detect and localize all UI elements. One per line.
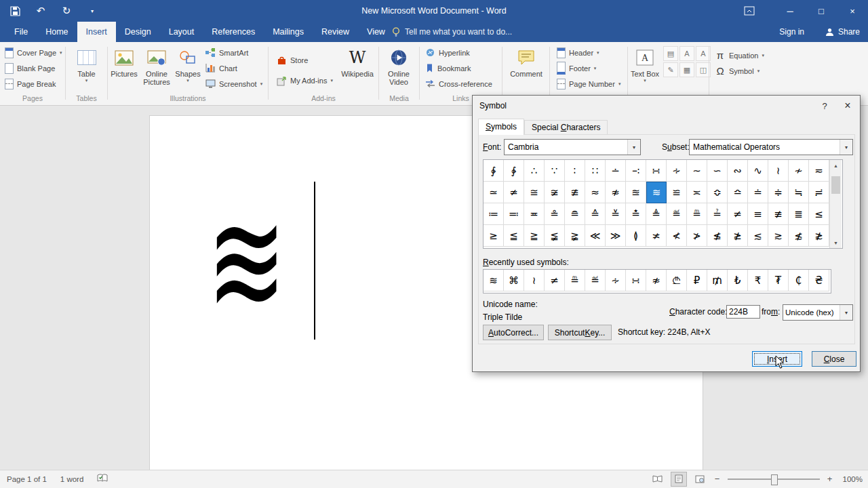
symbol-cell[interactable]: ≆	[545, 182, 565, 203]
symbol-cell[interactable]: ≩	[565, 225, 585, 247]
recent-symbol-cell[interactable]: ₮	[768, 270, 789, 291]
symbol-cell[interactable]: ∹	[626, 160, 646, 182]
grid-scrollbar[interactable]: ▲ ▼	[829, 160, 842, 248]
text-box-button[interactable]: A Text Box ▾	[629, 44, 660, 102]
scrollbar-thumb[interactable]	[831, 176, 840, 194]
symbol-cell[interactable]: ≔	[484, 203, 504, 225]
tab-review[interactable]: Review	[313, 22, 358, 42]
quick-parts-button[interactable]: ▤	[663, 46, 678, 61]
blank-page-button[interactable]: Blank Page	[2, 60, 65, 76]
symbol-cell[interactable]: ≘	[565, 203, 585, 225]
symbol-cell[interactable]: ≞	[687, 203, 707, 225]
zoom-level[interactable]: 100%	[843, 475, 863, 483]
minimize-button[interactable]: ─	[774, 0, 806, 22]
redo-icon[interactable]: ↻	[60, 3, 73, 18]
recent-symbol-cell[interactable]: ₺	[728, 270, 748, 291]
hyperlink-button[interactable]: Hyperlink	[422, 45, 495, 60]
symbol-button[interactable]: Ω Symbol ▾	[712, 63, 767, 79]
screenshot-button[interactable]: Screenshot ▾	[203, 76, 265, 92]
symbol-cell[interactable]: ≇	[565, 182, 585, 203]
recent-symbol-cell[interactable]: ₵	[789, 270, 809, 291]
symbol-cell[interactable]: ∸	[606, 160, 626, 182]
symbol-cell[interactable]: ≲	[748, 225, 768, 247]
recent-symbol-cell[interactable]: ∻	[606, 270, 626, 291]
cover-page-button[interactable]: Cover Page ▾	[2, 45, 65, 60]
recent-symbol-cell[interactable]: ⌘	[504, 270, 524, 291]
symbol-cell[interactable]: ≈	[585, 182, 606, 203]
symbol-cell[interactable]: ∾	[728, 160, 748, 182]
symbol-cell[interactable]: ≒	[789, 182, 809, 203]
symbol-cell[interactable]: ≭	[646, 225, 667, 247]
symbol-cell[interactable]: ≛	[626, 203, 646, 225]
symbol-cell[interactable]: ∼	[687, 160, 707, 182]
page-indicator[interactable]: Page 1 of 1	[7, 475, 47, 483]
symbol-cell[interactable]: ≟	[707, 203, 728, 225]
wordart-button[interactable]: A	[679, 46, 694, 61]
recent-symbol-cell[interactable]: ∺	[626, 270, 646, 291]
symbol-cell[interactable]: ≍	[687, 182, 707, 203]
font-combobox[interactable]: Cambria ▾	[504, 139, 641, 155]
symbol-cell[interactable]: ∲	[484, 160, 504, 182]
zoom-in-button[interactable]: +	[825, 474, 835, 484]
chevron-down-icon[interactable]: ▾	[627, 140, 640, 155]
symbol-cell[interactable]: ≌	[667, 182, 687, 203]
tab-file[interactable]: File	[5, 22, 37, 42]
symbol-cell[interactable]: ≰	[707, 225, 728, 247]
recent-symbol-cell[interactable]: ₴	[809, 270, 829, 291]
recent-symbol-cell[interactable]: ₥	[707, 270, 728, 291]
symbol-cell[interactable]: ≳	[768, 225, 789, 247]
symbol-cell[interactable]: ≑	[768, 182, 789, 203]
symbol-cell-selected[interactable]: ≋	[646, 182, 667, 203]
symbol-cell[interactable]: ≙	[585, 203, 606, 225]
recent-symbol-cell[interactable]: ≀	[524, 270, 545, 291]
symbol-cell[interactable]: ∿	[748, 160, 768, 182]
symbol-cell[interactable]: ≀	[768, 160, 789, 182]
undo-icon[interactable]: ↶	[34, 3, 47, 18]
store-button[interactable]: Store	[274, 50, 336, 70]
recent-symbol-cell[interactable]: ₾	[667, 270, 687, 291]
chevron-down-icon[interactable]: ▾	[840, 140, 852, 155]
symbol-cell[interactable]: ≉	[606, 182, 626, 203]
my-addins-button[interactable]: My Add-ins ▾	[274, 70, 336, 91]
chevron-down-icon[interactable]: ▾	[840, 305, 852, 320]
recent-symbol-cell[interactable]: ≉	[646, 270, 667, 291]
symbol-cell[interactable]: ≂	[809, 160, 829, 182]
symbol-cell[interactable]: ≢	[768, 203, 789, 225]
character-code-input[interactable]	[726, 305, 760, 319]
recent-symbol-cell[interactable]: ₽	[687, 270, 707, 291]
recent-symbol-cell[interactable]: ≠	[545, 270, 565, 291]
help-icon[interactable]: ?	[814, 96, 835, 116]
page-number-button[interactable]: Page Number ▾	[554, 76, 623, 92]
symbol-cell[interactable]: ∶	[565, 160, 585, 182]
symbol-cell[interactable]: ≕	[504, 203, 524, 225]
scroll-up-icon[interactable]: ▲	[830, 160, 842, 171]
symbol-cell[interactable]: ≨	[545, 225, 565, 247]
symbol-cell[interactable]: ≖	[524, 203, 545, 225]
symbol-cell[interactable]: ≡	[748, 203, 768, 225]
recent-symbol-cell[interactable]: ≞	[565, 270, 585, 291]
word-count[interactable]: 1 word	[60, 475, 84, 483]
symbol-cell[interactable]: ∺	[646, 160, 667, 182]
symbol-cell[interactable]: ≐	[748, 182, 768, 203]
scrollbar-track[interactable]	[830, 171, 842, 237]
customize-quick-access-icon[interactable]: ▾	[85, 3, 99, 18]
print-layout-button[interactable]	[671, 472, 687, 487]
ribbon-display-options-icon[interactable]	[743, 5, 755, 16]
date-time-button[interactable]: ▦	[679, 62, 694, 77]
shortcut-key-button[interactable]: Shortcut Key...	[548, 325, 612, 340]
recent-symbol-cell[interactable]: ₹	[748, 270, 768, 291]
symbol-cell[interactable]: ≊	[626, 182, 646, 203]
symbol-cell[interactable]: ∽	[707, 160, 728, 182]
symbol-cell[interactable]: ≏	[728, 182, 748, 203]
symbol-cell[interactable]: ≜	[646, 203, 667, 225]
recent-symbol-cell[interactable]: ≋	[484, 270, 504, 291]
symbol-cell[interactable]: ∻	[667, 160, 687, 182]
tab-insert[interactable]: Insert	[77, 22, 116, 42]
symbol-cell[interactable]: ≓	[809, 182, 829, 203]
symbol-cell[interactable]: ≦	[504, 225, 524, 247]
close-dialog-button[interactable]: Close	[812, 351, 856, 367]
symbol-cell[interactable]: ≠	[728, 203, 748, 225]
symbol-cell[interactable]: ≣	[789, 203, 809, 225]
dialog-title-bar[interactable]: Symbol ? ×	[473, 96, 860, 116]
tab-special-characters[interactable]: Special Characters	[524, 120, 608, 135]
